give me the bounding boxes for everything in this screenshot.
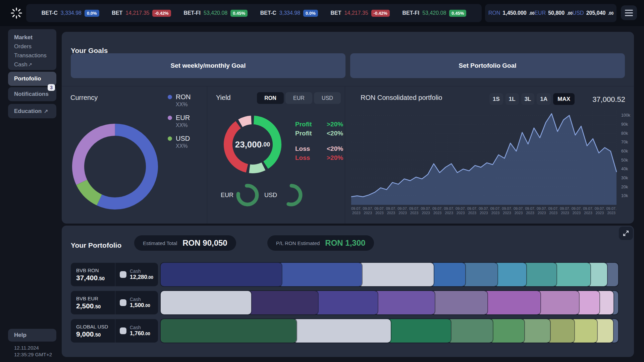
ticker-change-badge: 0.0%	[85, 10, 99, 17]
yield-mini-gauges: EURUSD	[221, 183, 303, 207]
allocation-segment[interactable]	[374, 291, 435, 314]
ticker-item[interactable]: BET-C3,334.980.0%	[260, 10, 318, 17]
ticker-item[interactable]: BET14,217.35-0.42%	[112, 10, 171, 17]
allocation-segment[interactable]	[537, 291, 579, 314]
currency-donut-chart	[72, 123, 158, 210]
range-button-1a[interactable]: 1A	[537, 93, 551, 105]
allocation-segment[interactable]	[553, 263, 590, 286]
legend-percent: XX%	[176, 102, 191, 108]
allocation-segment[interactable]	[248, 291, 318, 314]
x-axis-tick: 09.07.2023	[409, 206, 420, 215]
sidebar-item-transactions[interactable]: Transactions	[14, 51, 56, 60]
currency-legend: RONXX%EURXX%USDXX%	[168, 93, 191, 156]
ticker-item[interactable]: BET-FI53,420.080.45%	[402, 10, 466, 17]
asset-card[interactable]: BVB RON37,400.50Cash12,280.00	[71, 263, 158, 286]
yield-row-label: Loss	[295, 144, 319, 153]
allocation-segment[interactable]	[387, 319, 451, 343]
cash-label: Cash	[130, 297, 150, 302]
range-button-max[interactable]: MAX	[553, 93, 575, 105]
legend-item-usd: USDXX%	[168, 135, 191, 149]
ticker-item[interactable]: BET-C3,334.980.0%	[42, 10, 99, 17]
range-button-3l[interactable]: 3L	[521, 93, 535, 105]
allocation-segment[interactable]	[484, 291, 540, 314]
ticker-change-badge: 0.0%	[303, 10, 318, 17]
yield-row: Loss<20%	[295, 144, 343, 153]
allocation-segment[interactable]	[447, 319, 493, 343]
topbar: BET-C3,334.980.0%BET14,217.35-0.42%BET-F…	[0, 0, 644, 26]
allocation-segment[interactable]	[489, 319, 524, 343]
ticker-change-badge: -0.42%	[371, 10, 390, 17]
allocation-segment[interactable]	[430, 263, 465, 286]
yield-tab-usd[interactable]: USD	[314, 92, 341, 104]
cash-label: Cash	[130, 325, 150, 330]
app-logo-spinner-icon[interactable]	[9, 6, 24, 20]
sidebar-item-notifications[interactable]: Notifications 3	[8, 87, 56, 101]
asset-card[interactable]: BVB EUR2,500.50Cash1,500.00	[71, 291, 158, 314]
balance-cents: .00	[529, 11, 535, 16]
cash-block: Cash1,500.00	[115, 297, 150, 309]
set-portfolio-goal-button[interactable]: Set Portofolio Goal	[350, 53, 625, 78]
x-axis-tick: 09.07.2023	[467, 206, 478, 215]
asset-row-bvb-eur: BVB EUR2,500.50Cash1,500.00	[71, 291, 618, 314]
allocation-segment[interactable]	[523, 263, 556, 286]
yield-tab-ron[interactable]: RON	[257, 92, 284, 104]
set-weekly-monthly-goal-button[interactable]: Set weekly/monthly Goal	[71, 53, 345, 78]
allocation-segment[interactable]	[431, 291, 487, 314]
legend-percent: XX%	[176, 122, 191, 128]
asset-info: BVB EUR2,500.50	[71, 291, 115, 314]
allocation-segment[interactable]	[359, 263, 434, 286]
sidebar-item-education[interactable]: Education ↗	[8, 104, 56, 118]
consolidated-current-value: 37,000.52	[592, 95, 625, 104]
asset-card[interactable]: GLOBAL USD9,000.50Cash1,760.00	[71, 319, 158, 343]
allocation-segment[interactable]	[293, 319, 391, 343]
sidebar-item-portfolio[interactable]: Portofolio	[8, 72, 56, 86]
allocation-segment[interactable]	[278, 263, 362, 286]
legend-dot	[168, 136, 172, 141]
x-axis-tick: 09.07.2023	[583, 206, 593, 215]
mini-gauge-usd: USD	[264, 183, 303, 207]
currency-code: RON	[488, 10, 500, 16]
ticker-symbol: BET	[330, 10, 341, 16]
legend-dot	[168, 95, 172, 99]
legend-percent: XX%	[176, 143, 191, 149]
legend-item-ron: RONXX%	[168, 93, 191, 108]
ticker-symbol: BET-FI	[402, 10, 419, 16]
sidebar-item-cash[interactable]: Cash↗	[14, 60, 56, 69]
currency-title: Currency	[70, 94, 98, 102]
sidebar-item-orders[interactable]: Orders	[14, 42, 56, 51]
account-balance-usd: USD205,040.00	[573, 10, 613, 16]
svg-text:70k: 70k	[621, 140, 628, 144]
cash-value: 1,500.00	[130, 302, 150, 309]
balance-value: 205,040	[586, 10, 606, 16]
allocation-segment[interactable]	[576, 291, 599, 314]
allocation-segment[interactable]	[521, 319, 550, 343]
allocation-segment[interactable]	[161, 263, 282, 286]
pl-estimated-label: P/L RON Estimated	[276, 240, 320, 246]
yield-tab-eur[interactable]: EUR	[285, 92, 312, 104]
expand-button[interactable]	[619, 227, 633, 240]
account-balance-eur: EUR50,800.00	[534, 10, 572, 16]
svg-text:30k: 30k	[621, 176, 628, 180]
allocation-segment[interactable]	[462, 263, 497, 286]
x-axis-tick: 09.07.2023	[606, 206, 616, 215]
menu-button[interactable]	[621, 5, 637, 20]
ticker-item[interactable]: BET-FI53,420.080.45%	[183, 10, 248, 17]
allocation-segment[interactable]	[494, 263, 526, 286]
x-axis-tick: 09.07.2023	[444, 206, 454, 215]
sidebar-item-market[interactable]: Market	[14, 33, 56, 42]
range-button-1s[interactable]: 1S	[489, 93, 503, 105]
allocation-segment[interactable]	[161, 319, 297, 343]
help-button[interactable]: Help	[8, 329, 56, 342]
yield-panel: Yield RONEURUSD 23,000.00 Profit>20%Prof…	[207, 86, 345, 224]
range-button-1l[interactable]: 1L	[505, 93, 519, 105]
allocation-segment[interactable]	[547, 319, 574, 343]
consolidated-portfolio-panel: RON Consolidated portfolio 1S1L3L1AMAX 3…	[345, 86, 634, 224]
ticker-symbol: BET-C	[42, 10, 58, 16]
ticker-item[interactable]: BET14,217.35-0.42%	[330, 10, 389, 17]
allocation-segment[interactable]	[315, 291, 377, 314]
currency-code: EUR	[534, 10, 546, 16]
allocation-segment[interactable]	[571, 319, 597, 343]
balance-cents: .00	[567, 11, 573, 16]
asset-name: BVB EUR	[76, 296, 115, 301]
allocation-segment[interactable]	[161, 291, 251, 314]
